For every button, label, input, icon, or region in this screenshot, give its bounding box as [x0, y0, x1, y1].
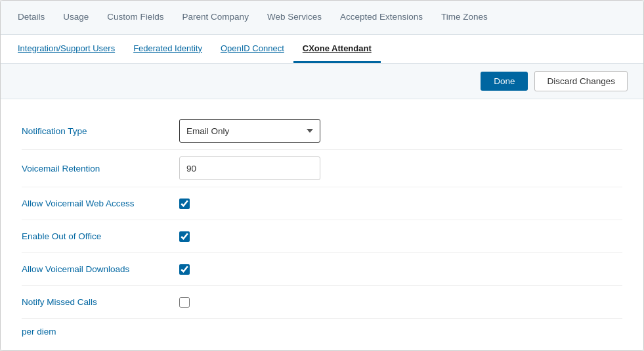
top-nav-tab-time-zones[interactable]: Time Zones [432, 1, 497, 34]
allow-voicemail-downloads-checkbox[interactable] [179, 264, 190, 275]
sub-nav-tab-federated-identity[interactable]: Federated Identity [124, 35, 211, 63]
form-label-notify-missed-calls: Notify Missed Calls [22, 297, 179, 307]
top-nav-tab-accepted-extensions[interactable]: Accepted Extensions [331, 1, 432, 34]
form-control-wrap-voicemail-retention [179, 156, 622, 180]
form-content: Notification TypeEmail OnlySMS OnlyEmail… [1, 99, 643, 350]
form-row-notify-missed-calls: Notify Missed Calls [22, 286, 622, 319]
sub-nav: Integration/Support UsersFederated Ident… [1, 35, 643, 64]
sub-nav-tab-integration-support-users[interactable]: Integration/Support Users [9, 35, 124, 63]
notification-type-select[interactable]: Email OnlySMS OnlyEmail and SMSNone [179, 119, 320, 143]
form-label-allow-voicemail-downloads: Allow Voicemail Downloads [22, 264, 179, 274]
form-row-voicemail-retention: Voicemail Retention [22, 150, 622, 187]
toolbar: Done Discard Changes [1, 64, 643, 99]
top-nav-tab-details[interactable]: Details [9, 1, 54, 34]
form-label-enable-out-of-office: Enable Out of Office [22, 231, 179, 241]
top-nav: DetailsUsageCustom FieldsParent CompanyW… [1, 1, 643, 35]
form-label-allow-voicemail-web-access: Allow Voicemail Web Access [22, 199, 179, 208]
form-control-wrap-enable-out-of-office [179, 231, 622, 242]
form-row-enable-out-of-office: Enable Out of Office [22, 220, 622, 253]
form-control-wrap-allow-voicemail-web-access [179, 199, 622, 209]
form-control-wrap-allow-voicemail-downloads [179, 264, 622, 275]
form-row-notification-type: Notification TypeEmail OnlySMS OnlyEmail… [22, 112, 622, 150]
allow-voicemail-web-access-checkbox[interactable] [179, 199, 190, 209]
form-control-wrap-notification-type: Email OnlySMS OnlyEmail and SMSNone [179, 119, 622, 143]
done-button[interactable]: Done [481, 72, 528, 91]
form-label-notification-type: Notification Type [22, 126, 179, 136]
enable-out-of-office-checkbox[interactable] [179, 231, 190, 242]
notify-missed-calls-checkbox[interactable] [179, 297, 190, 308]
top-nav-tab-web-services[interactable]: Web Services [258, 1, 331, 34]
form-row-allow-voicemail-downloads: Allow Voicemail Downloads [22, 253, 622, 286]
sub-nav-tab-openid-connect[interactable]: OpenID Connect [211, 35, 293, 63]
discard-changes-button[interactable]: Discard Changes [534, 71, 628, 91]
perdiem-label: per diem [22, 319, 622, 337]
sub-nav-tab-cxone-attendant[interactable]: CXone Attendant [293, 35, 381, 63]
top-nav-tab-custom-fields[interactable]: Custom Fields [98, 1, 173, 34]
form-control-wrap-notify-missed-calls [179, 297, 622, 308]
voicemail-retention-input[interactable] [179, 156, 320, 180]
main-window: DetailsUsageCustom FieldsParent CompanyW… [0, 0, 644, 351]
top-nav-tab-usage[interactable]: Usage [54, 1, 98, 34]
form-row-allow-voicemail-web-access: Allow Voicemail Web Access [22, 187, 622, 220]
top-nav-tab-parent-company[interactable]: Parent Company [173, 1, 258, 34]
form-label-voicemail-retention: Voicemail Retention [22, 164, 179, 174]
